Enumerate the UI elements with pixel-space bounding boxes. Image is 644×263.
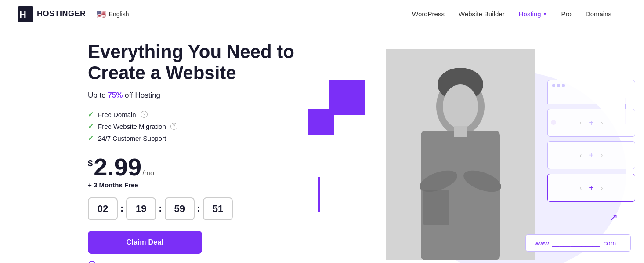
countdown-sep-1: : <box>120 203 123 215</box>
price-dollar: $ <box>88 158 93 168</box>
mockup-card-2: ‹ + › <box>547 141 635 169</box>
hostinger-logo-icon: H <box>18 6 33 22</box>
price-section: $ 2.99 /mo + 3 Months Free <box>88 155 294 189</box>
cursor-icon: ↗ <box>610 212 618 223</box>
logo-text: HOSTINGER <box>37 9 86 18</box>
mockup-browser-bar <box>547 80 635 104</box>
language-selector[interactable]: 🇺🇸 English <box>97 9 129 19</box>
nav-link-pro[interactable]: Pro <box>561 10 571 18</box>
mockup-card-3: ‹ + › <box>547 174 635 202</box>
countdown-hours: 02 <box>88 197 118 220</box>
hero-subtitle: Up to 75% off Hosting <box>88 91 294 100</box>
mockup-dot-1 <box>552 84 555 87</box>
mockup-cards: ‹ + › ‹ + › ‹ + › <box>547 80 635 202</box>
svg-rect-10 <box>454 126 467 137</box>
language-label: English <box>109 11 129 18</box>
countdown-sep-2: : <box>159 203 162 215</box>
deco-line-left <box>318 177 320 212</box>
check-icon: ✓ <box>88 122 94 131</box>
feature-free-domain: ✓ Free Domain ? <box>88 110 294 119</box>
mockup-dot-3 <box>562 84 565 87</box>
card-arrow-right-3: › <box>601 184 603 191</box>
mockup-card-1: ‹ + › <box>547 109 635 137</box>
help-icon-migration[interactable]: ? <box>170 123 177 130</box>
navbar: H HOSTINGER 🇺🇸 English WordPress Website… <box>0 0 644 28</box>
guarantee-section: ✓ 30-Day Money-Back Guarantee <box>88 261 294 263</box>
card-arrow-left-1: ‹ <box>579 119 582 126</box>
check-icon: ✓ <box>88 110 94 119</box>
countdown-sep-3: : <box>197 203 200 215</box>
hero-content: Everything You Need to Create a Website … <box>88 41 294 263</box>
nav-link-domains[interactable]: Domains <box>586 10 611 18</box>
card-arrow-right-2: › <box>601 152 603 159</box>
deco-square-large <box>329 80 365 115</box>
nav-divider <box>626 7 626 21</box>
person-silhouette-svg <box>386 49 535 260</box>
nav-link-hosting[interactable]: Hosting ▼ <box>519 10 547 18</box>
flag-icon: 🇺🇸 <box>97 9 106 19</box>
card-plus-2: + <box>589 150 594 161</box>
countdown-subseconds: 51 <box>203 197 233 220</box>
deco-square-small <box>308 109 334 135</box>
check-icon: ✓ <box>88 134 94 142</box>
card-arrow-left-2: ‹ <box>579 152 582 159</box>
card-plus-3: + <box>589 183 594 193</box>
help-icon-domain[interactable]: ? <box>141 111 148 118</box>
nav-link-wordpress[interactable]: WordPress <box>412 10 445 18</box>
claim-deal-button[interactable]: Claim Deal <box>88 231 202 254</box>
logo[interactable]: H HOSTINGER <box>18 6 86 22</box>
navbar-left: H HOSTINGER 🇺🇸 English <box>18 6 129 22</box>
countdown-seconds: 59 <box>165 197 195 220</box>
hero-section: Everything You Need to Create a Website … <box>0 28 644 263</box>
card-arrow-left-3: ‹ <box>579 184 582 191</box>
card-arrow-right-1: › <box>601 119 603 126</box>
countdown-minutes: 19 <box>126 197 156 220</box>
svg-text:H: H <box>19 9 26 20</box>
price-row: $ 2.99 /mo <box>88 155 294 179</box>
hero-title: Everything You Need to Create a Website <box>88 41 294 84</box>
feature-free-migration: ✓ Free Website Migration ? <box>88 122 294 131</box>
feature-support: ✓ 24/7 Customer Support <box>88 134 294 142</box>
nav-link-website-builder[interactable]: Website Builder <box>459 10 505 18</box>
guarantee-text: 30-Day Money-Back Guarantee <box>99 261 180 263</box>
chevron-down-icon: ▼ <box>543 11 547 16</box>
discount-highlight: 75% <box>108 91 123 99</box>
domain-bar[interactable]: www. _____________ .com <box>525 234 631 252</box>
price-bonus: + 3 Months Free <box>88 181 294 189</box>
shield-icon: ✓ <box>88 261 96 263</box>
countdown-timer: 02 : 19 : 59 : 51 <box>88 197 294 220</box>
navbar-right: WordPress Website Builder Hosting ▼ Pro … <box>412 7 626 21</box>
person-image <box>386 49 535 260</box>
price-per: /mo <box>142 169 154 177</box>
price-amount: 2.99 <box>94 155 141 179</box>
svg-rect-7 <box>423 190 449 225</box>
features-list: ✓ Free Domain ? ✓ Free Website Migration… <box>88 110 294 142</box>
mockup-dot-2 <box>557 84 560 87</box>
svg-point-9 <box>443 84 478 128</box>
card-plus-1: + <box>589 118 594 128</box>
hero-illustration: ‹ + › ‹ + › ‹ + › ↗ www. _____________ .… <box>294 45 626 263</box>
